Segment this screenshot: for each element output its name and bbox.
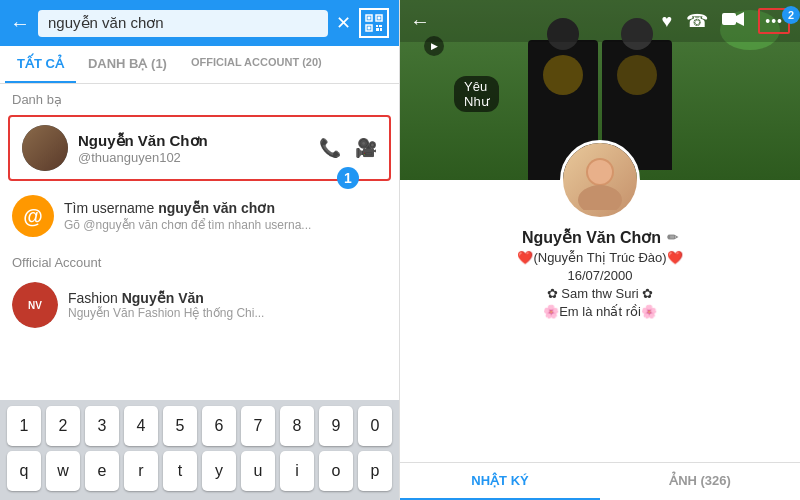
contact-name: Nguyễn Văn Chơn — [78, 132, 319, 150]
tab-nhat-ky[interactable]: NHẬT KÝ — [400, 463, 600, 500]
profile-header: ← ♥ ☎ ••• 2 ▶ Yêu Như — [400, 0, 800, 220]
svg-rect-5 — [368, 27, 371, 30]
right-panel: ← ♥ ☎ ••• 2 ▶ Yêu Như — [400, 0, 800, 500]
key-y[interactable]: y — [202, 451, 236, 491]
contact-actions: 📞 🎥 — [319, 137, 377, 159]
top-bar-right: ← ♥ ☎ ••• 2 — [400, 0, 800, 42]
play-button[interactable]: ▶ — [424, 36, 444, 56]
left-panel: ← ✕ TẤT CẢ DANH BẠ (1) OFFICIAL ACCOUNT … — [0, 0, 400, 500]
svg-rect-7 — [379, 25, 382, 27]
heart-icon[interactable]: ♥ — [662, 11, 673, 32]
tab-official[interactable]: OFFICIAL ACCOUNT (20) — [179, 46, 334, 83]
official-name: Fashion Nguyễn Văn — [68, 290, 264, 306]
official-info: Fashion Nguyễn Văn Nguyễn Văn Fashion Hệ… — [68, 290, 264, 320]
back-button[interactable]: ← — [10, 12, 30, 35]
key-i[interactable]: i — [280, 451, 314, 491]
svg-point-13 — [578, 185, 622, 210]
profile-line2: 16/07/2000 — [412, 268, 788, 283]
search-bar: ← ✕ — [0, 0, 399, 46]
top-actions: ♥ ☎ ••• 2 — [662, 8, 790, 34]
key-1[interactable]: 1 — [7, 406, 41, 446]
tab-contacts[interactable]: DANH BẠ (1) — [76, 46, 179, 83]
key-0[interactable]: 0 — [358, 406, 392, 446]
keyboard: 1 2 3 4 5 6 7 8 9 0 q w e r t y u i o p — [0, 400, 399, 500]
key-9[interactable]: 9 — [319, 406, 353, 446]
profile-avatar — [560, 140, 640, 220]
username-search[interactable]: @ Tìm username nguyễn văn chơn Gõ @nguyễ… — [0, 185, 399, 247]
svg-rect-10 — [722, 13, 736, 25]
keyboard-row1: 1 2 3 4 5 6 7 8 9 0 — [2, 406, 397, 446]
key-p[interactable]: p — [358, 451, 392, 491]
key-u[interactable]: u — [241, 451, 275, 491]
contact-item[interactable]: Nguyễn Văn Chơn @thuanguyen102 📞 🎥 1 — [8, 115, 391, 181]
profile-avatar-container — [560, 140, 640, 220]
profile-name: Nguyễn Văn Chơn ✏ — [412, 228, 788, 247]
badge-1: 1 — [337, 167, 359, 189]
key-e[interactable]: e — [85, 451, 119, 491]
yeu-nhu-label: Yêu Như — [454, 76, 499, 112]
more-dots: ••• — [765, 13, 783, 29]
contact-info: Nguyễn Văn Chơn @thuanguyen102 — [78, 132, 319, 165]
profile-line4: 🌸Em là nhất rồi🌸 — [412, 304, 788, 319]
username-search-sub: Gõ @nguyễn văn chơn để tìm nhanh userna.… — [64, 218, 311, 232]
edit-icon[interactable]: ✏ — [667, 230, 678, 245]
phone-call-icon[interactable]: ☎ — [686, 10, 708, 32]
key-w[interactable]: w — [46, 451, 80, 491]
key-o[interactable]: o — [319, 451, 353, 491]
profile-tabs: NHẬT KÝ ẢNH (326) — [400, 462, 800, 500]
search-input[interactable] — [38, 10, 328, 37]
svg-marker-11 — [736, 12, 744, 26]
video-icon[interactable]: 🎥 — [355, 137, 377, 159]
key-3[interactable]: 3 — [85, 406, 119, 446]
video-call-icon[interactable] — [722, 11, 744, 32]
username-search-text: Tìm username nguyễn văn chơn — [64, 200, 311, 216]
key-4[interactable]: 4 — [124, 406, 158, 446]
profile-line1: ❤️(Nguyễn Thị Trúc Đào)❤️ — [412, 250, 788, 265]
svg-rect-3 — [378, 17, 381, 20]
tab-anh[interactable]: ẢNH (326) — [600, 463, 800, 500]
svg-rect-6 — [376, 25, 378, 27]
avatar — [22, 125, 68, 171]
at-icon: @ — [12, 195, 54, 237]
phone-icon[interactable]: 📞 — [319, 137, 341, 159]
svg-rect-9 — [380, 28, 382, 31]
qr-icon[interactable] — [359, 8, 389, 38]
key-t[interactable]: t — [163, 451, 197, 491]
svg-rect-1 — [368, 17, 371, 20]
key-r[interactable]: r — [124, 451, 158, 491]
right-back-button[interactable]: ← — [410, 10, 430, 33]
official-item[interactable]: NV Fashion Nguyễn Văn Nguyễn Văn Fashion… — [0, 274, 399, 336]
key-7[interactable]: 7 — [241, 406, 275, 446]
profile-line3: ✿ Sam thw Suri ✿ — [412, 286, 788, 301]
contact-username: @thuanguyen102 — [78, 150, 319, 165]
key-2[interactable]: 2 — [46, 406, 80, 446]
key-5[interactable]: 5 — [163, 406, 197, 446]
svg-point-14 — [588, 160, 612, 184]
svg-rect-8 — [376, 28, 379, 31]
username-search-info: Tìm username nguyễn văn chơn Gõ @nguyễn … — [64, 200, 311, 232]
official-section-title: Official Account — [0, 247, 399, 274]
keyboard-row2: q w e r t y u i o p — [2, 451, 397, 491]
official-sub: Nguyễn Văn Fashion Hệ thống Chi... — [68, 306, 264, 320]
contacts-section-title: Danh bạ — [0, 84, 399, 111]
key-q[interactable]: q — [7, 451, 41, 491]
official-logo: NV — [12, 282, 58, 328]
profile-info: Nguyễn Văn Chơn ✏ ❤️(Nguyễn Thị Trúc Đào… — [400, 220, 800, 462]
key-8[interactable]: 8 — [280, 406, 314, 446]
tab-all[interactable]: TẤT CẢ — [5, 46, 76, 83]
key-6[interactable]: 6 — [202, 406, 236, 446]
username-query: nguyễn văn chơn — [158, 200, 275, 216]
badge-2: 2 — [782, 6, 800, 24]
clear-button[interactable]: ✕ — [336, 12, 351, 34]
tabs: TẤT CẢ DANH BẠ (1) OFFICIAL ACCOUNT (20) — [0, 46, 399, 84]
